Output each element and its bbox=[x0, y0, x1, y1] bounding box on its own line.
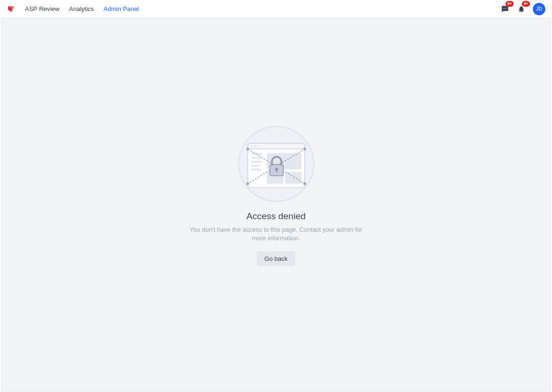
messages-badge: 9+ bbox=[506, 1, 514, 7]
nav-asp-review[interactable]: ASP Review bbox=[25, 5, 59, 12]
access-denied-panel: Access denied You don't have the access … bbox=[185, 124, 367, 266]
svg-rect-8 bbox=[251, 161, 262, 163]
user-avatar[interactable]: JD bbox=[533, 3, 545, 15]
go-back-button[interactable]: Go back bbox=[257, 251, 295, 266]
lock-illustration bbox=[237, 124, 316, 203]
svg-point-19 bbox=[303, 182, 306, 185]
nav-admin-panel[interactable]: Admin Panel bbox=[104, 5, 139, 12]
svg-point-3 bbox=[251, 146, 252, 147]
header-actions: 9+ 9+ JD bbox=[500, 3, 545, 15]
svg-point-18 bbox=[246, 182, 249, 185]
app-logo[interactable] bbox=[7, 5, 15, 13]
svg-rect-22 bbox=[276, 169, 277, 172]
svg-point-5 bbox=[257, 146, 258, 147]
access-denied-title: Access denied bbox=[246, 211, 306, 222]
notifications-button[interactable]: 9+ bbox=[517, 4, 526, 14]
svg-point-16 bbox=[246, 147, 249, 150]
nav-analytics[interactable]: Analytics bbox=[69, 5, 94, 12]
top-header: ASP Review Analytics Admin Panel 9+ 9+ J… bbox=[0, 0, 552, 18]
svg-rect-9 bbox=[251, 165, 259, 167]
svg-point-4 bbox=[254, 146, 255, 147]
svg-rect-7 bbox=[251, 157, 260, 158]
svg-point-17 bbox=[303, 147, 306, 150]
main-nav: ASP Review Analytics Admin Panel bbox=[25, 5, 500, 12]
messages-button[interactable]: 9+ bbox=[500, 4, 510, 14]
notifications-badge: 9+ bbox=[522, 1, 530, 7]
svg-rect-13 bbox=[285, 172, 301, 184]
main-content: Access denied You don't have the access … bbox=[1, 18, 551, 392]
svg-rect-2 bbox=[248, 143, 305, 149]
svg-rect-10 bbox=[251, 168, 261, 170]
access-denied-subtitle: You don't have the access to this page. … bbox=[185, 225, 367, 243]
